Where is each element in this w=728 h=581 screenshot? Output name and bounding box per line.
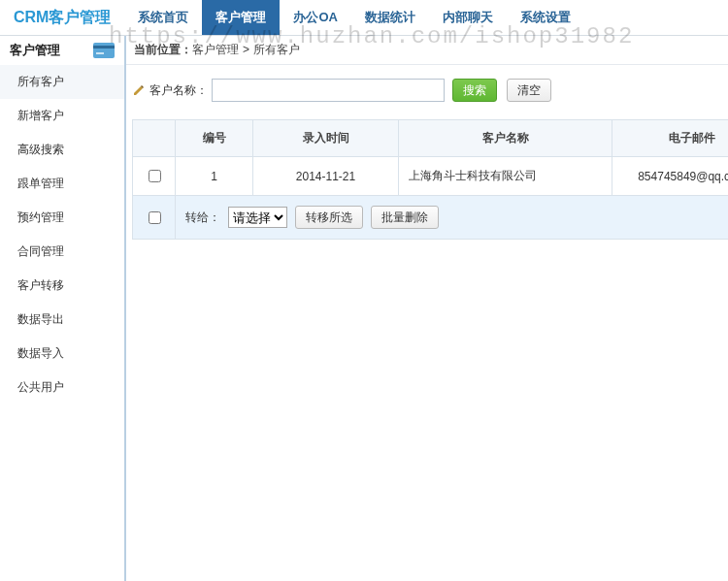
sidebar-list: 所有客户 新增客户 高级搜索 跟单管理 预约管理 合同管理 客户转移 数据导出 … xyxy=(0,65,124,404)
breadcrumb-prefix: 当前位置： xyxy=(134,43,192,56)
sidebar-item-appointment[interactable]: 预约管理 xyxy=(0,201,124,235)
sidebar-item-transfer[interactable]: 客户转移 xyxy=(0,269,124,303)
transfer-selected-button[interactable]: 转移所选 xyxy=(295,206,363,229)
top-nav: 系统首页 客户管理 办公OA 数据统计 内部聊天 系统设置 xyxy=(124,0,584,35)
col-header-name: 客户名称 xyxy=(399,120,612,157)
table-header-row: 编号 录入时间 客户名称 电子邮件 xyxy=(133,120,729,157)
breadcrumb: 当前位置：客户管理>所有客户 xyxy=(126,36,728,65)
bulk-delete-button[interactable]: 批量删除 xyxy=(371,206,439,229)
sidebar-item-contract[interactable]: 合同管理 xyxy=(0,235,124,269)
top-bar: CRM客户管理 系统首页 客户管理 办公OA 数据统计 内部聊天 系统设置 xyxy=(0,0,728,36)
sidebar-title: 客户管理 xyxy=(10,42,60,59)
clear-button[interactable]: 清空 xyxy=(507,79,551,102)
col-header-date: 录入时间 xyxy=(253,120,399,157)
sidebar-item-advanced-search[interactable]: 高级搜索 xyxy=(0,133,124,167)
nav-oa[interactable]: 办公OA xyxy=(280,0,351,35)
row-checkbox[interactable] xyxy=(149,170,161,182)
breadcrumb-b: 所有客户 xyxy=(253,43,300,56)
table-footer-row: 转给： 请选择 转移所选 批量删除 xyxy=(133,196,729,240)
sidebar-item-import[interactable]: 数据导入 xyxy=(0,337,124,371)
sidebar-item-order-tracking[interactable]: 跟单管理 xyxy=(0,167,124,201)
pencil-icon xyxy=(132,83,146,97)
search-button[interactable]: 搜索 xyxy=(452,79,497,102)
sidebar-item-new-customer[interactable]: 新增客户 xyxy=(0,99,124,133)
table-row: 1 2014-11-21 上海角斗士科技有限公司 854745849@qq.co… xyxy=(133,157,729,196)
sidebar-item-public-users[interactable]: 公共用户 xyxy=(0,371,124,404)
select-all-checkbox[interactable] xyxy=(149,211,161,224)
nav-home[interactable]: 系统首页 xyxy=(124,0,202,35)
cell-date: 2014-11-21 xyxy=(253,157,399,196)
search-row: 客户名称： 搜索 清空 xyxy=(126,65,728,119)
svg-rect-1 xyxy=(93,46,115,48)
transfer-label: 转给： xyxy=(185,210,220,226)
svg-rect-2 xyxy=(96,52,104,54)
col-header-id: 编号 xyxy=(176,120,253,157)
col-header-checkbox xyxy=(133,120,176,157)
card-icon xyxy=(93,43,115,58)
breadcrumb-sep: > xyxy=(243,43,249,56)
search-input[interactable] xyxy=(212,79,445,102)
svg-rect-0 xyxy=(93,43,115,58)
sidebar: 客户管理 所有客户 新增客户 高级搜索 跟单管理 预约管理 合同管理 客户转移 … xyxy=(0,36,126,581)
nav-customer[interactable]: 客户管理 xyxy=(202,0,280,35)
main-content: 当前位置：客户管理>所有客户 客户名称： 搜索 清空 编号 录入时间 客户名称 xyxy=(126,36,728,581)
brand-title: CRM客户管理 xyxy=(0,8,124,28)
customer-table: 编号 录入时间 客户名称 电子邮件 1 2014-11-21 上海角斗士科技有限… xyxy=(132,119,728,240)
nav-chat[interactable]: 内部聊天 xyxy=(429,0,507,35)
col-header-email: 电子邮件 xyxy=(612,120,729,157)
nav-stats[interactable]: 数据统计 xyxy=(351,0,429,35)
sidebar-item-all-customers[interactable]: 所有客户 xyxy=(0,65,124,99)
sidebar-item-export[interactable]: 数据导出 xyxy=(0,303,124,337)
transfer-select[interactable]: 请选择 xyxy=(228,207,287,228)
sidebar-header: 客户管理 xyxy=(0,36,124,65)
search-label: 客户名称： xyxy=(149,82,208,99)
breadcrumb-a[interactable]: 客户管理 xyxy=(192,43,239,56)
nav-settings[interactable]: 系统设置 xyxy=(507,0,584,35)
cell-email: 854745849@qq.com xyxy=(612,157,729,196)
cell-id: 1 xyxy=(176,157,253,196)
cell-name[interactable]: 上海角斗士科技有限公司 xyxy=(399,157,612,196)
